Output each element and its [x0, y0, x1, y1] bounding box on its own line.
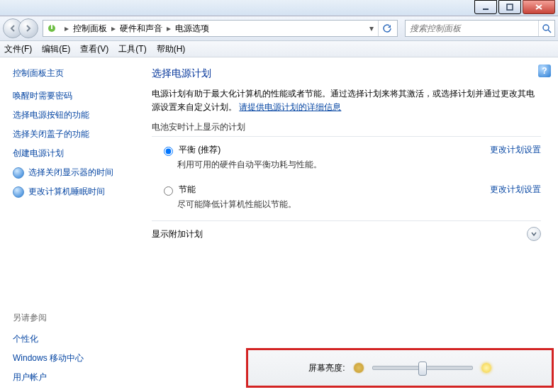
menu-tools[interactable]: 工具(T): [118, 43, 146, 55]
svg-rect-0: [483, 9, 489, 10]
arrow-left-icon: [9, 25, 16, 32]
refresh-icon: [381, 23, 391, 33]
minimize-icon: [482, 4, 489, 11]
search-input[interactable]: [406, 23, 538, 33]
help-button[interactable]: ?: [538, 65, 551, 77]
shield-icon: [13, 167, 24, 179]
plan-power-saver-radio[interactable]: [164, 186, 173, 196]
window-close-button[interactable]: [523, 0, 555, 14]
brightness-slider[interactable]: [372, 366, 473, 370]
side-link-label: 选择关闭显示器的时间: [28, 167, 113, 179]
window-maximize-button[interactable]: [498, 0, 521, 14]
plan-power-saver-label: 节能: [179, 184, 196, 196]
refresh-button[interactable]: [378, 21, 394, 36]
window-titlebar: [0, 0, 558, 16]
power-options-icon: [46, 23, 57, 34]
page-description: 电源计划有助于最大化计算机的性能或者节能。通过选择计划来将其激活，或选择计划并通…: [152, 87, 541, 114]
shield-icon: [13, 186, 24, 198]
change-plan-settings-link[interactable]: 更改计划设置: [490, 144, 541, 156]
expand-additional-plans-button[interactable]: [527, 227, 541, 241]
chevron-right-icon: ▸: [107, 23, 120, 33]
side-link-power-button[interactable]: 选择电源按钮的功能: [13, 106, 128, 125]
breadcrumb-segment[interactable]: 电源选项: [175, 23, 209, 35]
close-icon: [535, 4, 543, 11]
side-link-require-password[interactable]: 唤醒时需要密码: [13, 86, 128, 106]
plan-balanced-label: 平衡 (推荐): [179, 144, 221, 156]
menu-edit[interactable]: 编辑(E): [42, 43, 70, 55]
side-link-label: 选择关闭盖子的功能: [13, 128, 89, 140]
additional-plans-heading: 显示附加计划: [152, 228, 203, 240]
chevron-right-icon: ▸: [60, 23, 73, 33]
plan-balanced-radio[interactable]: [164, 147, 173, 156]
see-also-user-accounts[interactable]: 用户帐户: [13, 368, 128, 387]
see-also-heading: 另请参阅: [13, 312, 128, 324]
side-link-label: 唤醒时需要密码: [13, 90, 72, 102]
address-dropdown[interactable]: ▾: [365, 23, 378, 33]
side-link-label: Windows 移动中心: [13, 352, 84, 364]
battery-plans-heading: 电池安时计上显示的计划: [152, 121, 541, 133]
svg-line-5: [548, 30, 551, 33]
nav-forward-button[interactable]: [18, 18, 38, 38]
change-plan-settings-link[interactable]: 更改计划设置: [490, 184, 541, 196]
chevron-right-icon: ▸: [162, 23, 175, 33]
content-area: ? 选择电源计划 电源计划有助于最大化计算机的性能或者节能。通过选择计划来将其激…: [135, 57, 558, 392]
side-link-label: 选择电源按钮的功能: [13, 109, 89, 121]
chevron-down-icon: [530, 230, 537, 237]
brightness-panel-highlight: 屏幕亮度:: [246, 348, 554, 388]
description-text: 电源计划有助于最大化计算机的性能或者节能。通过选择计划来将其激活，或选择计划并通…: [152, 89, 535, 112]
side-home-link[interactable]: 控制面板主页: [13, 67, 128, 79]
menu-help[interactable]: 帮助(H): [157, 43, 186, 55]
side-link-display-off[interactable]: 选择关闭显示器的时间: [13, 163, 128, 182]
see-also-personalization[interactable]: 个性化: [13, 330, 128, 349]
window-minimize-button[interactable]: [474, 0, 497, 14]
side-link-label: 更改计算机睡眠时间: [28, 186, 105, 198]
side-panel: 控制面板主页 唤醒时需要密码 选择电源按钮的功能 选择关闭盖子的功能 创建电源计…: [0, 57, 135, 392]
svg-point-4: [543, 25, 549, 30]
svg-rect-3: [51, 25, 52, 29]
navigation-bar: ▸ 控制面板 ▸ 硬件和声音 ▸ 电源选项 ▾: [0, 16, 558, 41]
description-link[interactable]: 请提供电源计划的详细信息: [239, 102, 341, 112]
menu-file[interactable]: 文件(F): [4, 43, 32, 55]
plan-power-saver: 节能 更改计划设置 尽可能降低计算机性能以节能。: [152, 178, 541, 218]
search-icon: [542, 23, 552, 33]
plan-balanced: 平衡 (推荐) 更改计划设置 利用可用的硬件自动平衡功耗与性能。: [152, 138, 541, 178]
brightness-high-icon: [481, 363, 491, 373]
breadcrumb-segment[interactable]: 控制面板: [73, 23, 107, 35]
page-title: 选择电源计划: [152, 67, 541, 80]
search-box[interactable]: [405, 20, 555, 37]
maximize-icon: [506, 4, 513, 11]
address-bar[interactable]: ▸ 控制面板 ▸ 硬件和声音 ▸ 电源选项 ▾: [43, 20, 398, 37]
side-link-sleep-time[interactable]: 更改计算机睡眠时间: [13, 182, 128, 201]
plan-power-saver-desc: 尽可能降低计算机性能以节能。: [177, 198, 541, 211]
plan-balanced-desc: 利用可用的硬件自动平衡功耗与性能。: [177, 159, 541, 171]
brightness-label: 屏幕亮度:: [308, 362, 345, 374]
breadcrumb-segment[interactable]: 硬件和声音: [120, 23, 162, 35]
side-link-lid-close[interactable]: 选择关闭盖子的功能: [13, 125, 128, 144]
side-link-label: 用户帐户: [13, 371, 47, 383]
brightness-low-icon: [354, 363, 364, 373]
svg-rect-1: [507, 4, 513, 10]
brightness-slider-thumb[interactable]: [418, 362, 427, 376]
menu-bar: 文件(F) 编辑(E) 查看(V) 工具(T) 帮助(H): [0, 41, 558, 57]
arrow-right-icon: [25, 25, 32, 32]
search-button[interactable]: [538, 21, 554, 36]
side-link-label: 个性化: [13, 333, 38, 345]
side-link-label: 创建电源计划: [13, 147, 64, 159]
see-also-mobility-center[interactable]: Windows 移动中心: [13, 349, 128, 368]
side-link-create-plan[interactable]: 创建电源计划: [13, 144, 128, 163]
menu-view[interactable]: 查看(V): [80, 43, 108, 55]
